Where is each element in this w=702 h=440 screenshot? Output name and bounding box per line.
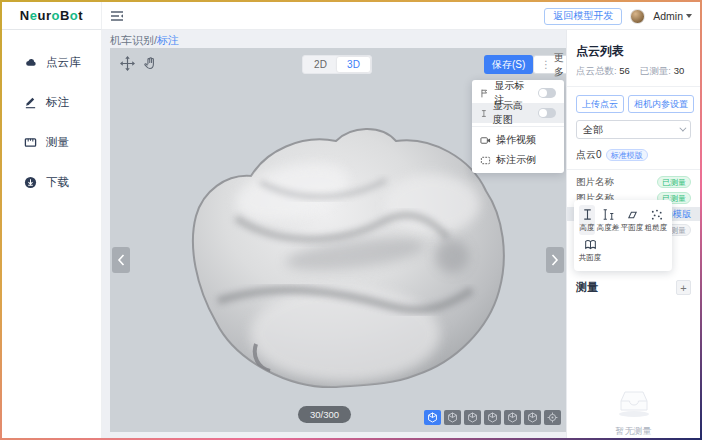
app-window: NeuroBot 返回模型开发 Admin 点云库 标注 测量 [0,0,702,440]
measure-tool-palette: 高度 高度差 平面度 粗糙度 共面度 [574,200,672,271]
tool-coplanarity[interactable]: 共面度 [579,235,601,265]
pointcloud-name: 点云0 [576,148,602,162]
view-cube-left-button[interactable] [484,410,501,425]
image-list-item[interactable]: 图片名称 已测量 [567,175,700,189]
sidebar-item-pointcloud-library[interactable]: 点云库 [2,42,101,82]
flatness-icon [626,208,639,221]
sidebar-item-label: 测量 [46,135,69,150]
image-name: 图片名称 [576,176,614,189]
breadcrumb-parent[interactable]: 机车识别 [110,34,154,46]
save-button[interactable]: 保存(S) [484,55,533,74]
roughness-icon [650,208,663,221]
tool-height[interactable]: 高度 [579,205,595,235]
viewer-canvas[interactable]: 2D 3D 保存(S) ⋮ 更多 显示标注 显示高度图 [110,48,566,432]
hand-tool-icon[interactable] [143,56,159,72]
camera-params-button[interactable]: 相机内参设置 [628,95,694,113]
divider [567,169,700,170]
empty-state-text: 暂无测量 [567,425,700,438]
menu-item-annotation-example[interactable]: 标注示例 [472,150,564,170]
divider [567,86,700,87]
chevron-left-icon [117,254,125,266]
menu-item-show-heightmap[interactable]: 显示高度图 [472,103,564,123]
header-right: 返回模型开发 Admin [544,2,692,30]
sidebar-item-annotate[interactable]: 标注 [2,82,101,122]
logo-box: NeuroBot [2,2,102,30]
pointcloud-item[interactable]: 点云0 标准模版 [576,148,691,162]
prev-image-button[interactable] [112,247,130,273]
flag-icon [480,88,489,99]
chevron-down-icon [679,125,686,132]
ruler-icon [24,136,37,149]
upload-pointcloud-button[interactable]: 上传点云 [576,95,624,113]
next-image-button[interactable] [546,247,564,273]
view-mode-toggle: 2D 3D [302,55,372,74]
crosshair-icon [547,412,558,423]
recenter-view-button[interactable] [544,410,561,425]
view-cube-default-button[interactable] [424,410,441,425]
left-sidebar: 点云库 标注 测量 下载 [2,30,102,438]
template-badge: 标准模版 [606,149,648,161]
measure-section-header: 测量 + [576,280,691,295]
pen-icon [24,96,37,109]
height-diff-icon [602,208,615,221]
sidebar-item-label: 点云库 [46,55,81,70]
example-icon [480,155,491,166]
show-heightmap-toggle[interactable] [538,108,556,118]
view-cube-back-button[interactable] [464,410,481,425]
stat-measured: 已测量: 30 [640,65,684,78]
pointcloud-panel: 点云列表 点云总数: 56 已测量: 30 上传点云 相机内参设置 全部 点云0… [566,30,700,438]
measured-badge: 已测量 [657,176,691,188]
tool-roughness[interactable]: 粗糙度 [645,205,667,235]
view-3d-button[interactable]: 3D [337,57,370,72]
view-2d-button[interactable]: 2D [304,57,337,72]
filter-select[interactable]: 全部 [576,120,691,139]
panel-title: 点云列表 [576,43,691,60]
more-dropdown-menu: 显示标注 显示高度图 操作视频 标注示例 [472,80,564,173]
move-tool-icon[interactable] [120,56,136,72]
video-icon [480,135,491,146]
tool-height-diff[interactable]: 高度差 [597,205,619,235]
top-header: NeuroBot 返回模型开发 Admin [2,2,700,30]
avatar[interactable] [630,9,645,24]
menu-item-tutorial-video[interactable]: 操作视频 [472,130,564,150]
more-dots-icon: ⋮ [541,59,551,70]
chevron-down-icon [686,14,692,18]
view-cube-front-button[interactable] [444,410,461,425]
view-orientation-toolbar [424,410,561,425]
filter-selected-value: 全部 [583,123,603,137]
breadcrumb: 机车识别/标注 [110,33,179,48]
view-cube-top-button[interactable] [524,410,541,425]
view-cube-right-button[interactable] [504,410,521,425]
show-annotation-toggle[interactable] [538,88,556,98]
tool-flatness[interactable]: 平面度 [621,205,643,235]
height-icon [581,208,594,221]
panel-actions: 上传点云 相机内参设置 [576,95,691,113]
download-icon [24,176,37,189]
add-measure-button[interactable]: + [676,280,691,295]
panel-stats: 点云总数: 56 已测量: 30 [576,65,691,78]
ibeam-icon [480,108,488,119]
image-pager: 30/300 [298,406,351,423]
empty-state: 暂无测量 [567,386,700,438]
stat-total: 点云总数: 56 [576,65,630,78]
sidebar-collapse-icon[interactable] [110,9,124,23]
sidebar-item-label: 下载 [46,175,69,190]
app-logo: NeuroBot [20,8,83,23]
empty-box-icon [612,386,656,418]
cloud-icon [24,56,37,69]
back-to-model-dev-button[interactable]: 返回模型开发 [544,8,622,25]
sidebar-item-measure[interactable]: 测量 [2,122,101,162]
sidebar-item-label: 标注 [46,95,69,110]
user-menu[interactable]: Admin [653,10,692,22]
sidebar-item-download[interactable]: 下载 [2,162,101,202]
chevron-right-icon [551,254,559,266]
user-name: Admin [653,10,683,22]
breadcrumb-current: 标注 [157,34,179,46]
coplanarity-icon [584,238,597,251]
